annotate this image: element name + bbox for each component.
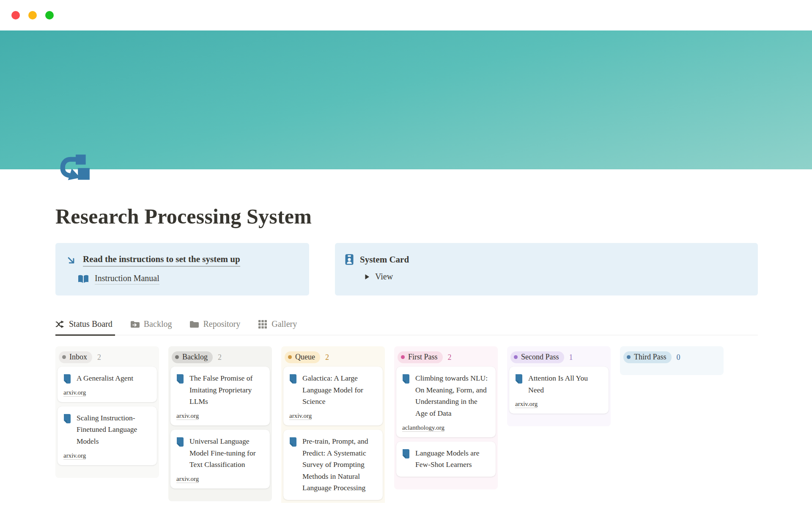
column-status-pill[interactable]: Second Pass xyxy=(510,351,564,363)
paper-title: A Generalist Agent xyxy=(77,373,133,384)
page-icon xyxy=(176,437,184,447)
source-link[interactable]: arxiv.org xyxy=(176,475,199,483)
source-link[interactable]: arxiv.org xyxy=(63,452,86,460)
column-header: Inbox 2 xyxy=(57,350,158,367)
status-dot-icon xyxy=(401,355,405,359)
page-icon xyxy=(63,414,71,424)
status-dot-icon xyxy=(62,355,66,359)
page-title: Research Processing System xyxy=(55,204,758,229)
callouts-row: Read the instructions to set the system … xyxy=(55,243,758,295)
folder-arrow-icon xyxy=(130,320,140,329)
zoom-button[interactable] xyxy=(45,11,54,19)
column-header: Queue 2 xyxy=(283,350,384,367)
paper-card[interactable]: Scaling Instruction-Finetuned Language M… xyxy=(58,406,157,465)
traffic-lights xyxy=(11,11,54,19)
id-card-icon xyxy=(345,254,354,265)
page-icon xyxy=(402,449,410,459)
cover-image xyxy=(0,30,812,169)
column-count: 2 xyxy=(218,353,222,362)
column-status-pill[interactable]: Backlog xyxy=(172,351,213,363)
paper-title: The False Promise of Imitating Proprieta… xyxy=(189,373,264,408)
system-card-heading: System Card xyxy=(360,254,409,265)
column-inbox: Inbox 2 A Generalist Agent arxiv.org Sca… xyxy=(55,346,159,478)
tab-label: Status Board xyxy=(69,319,112,329)
close-button[interactable] xyxy=(11,11,20,19)
tab-label: Backlog xyxy=(144,319,172,329)
status-dot-icon xyxy=(175,355,179,359)
column-count: 2 xyxy=(448,353,452,362)
status-board: Inbox 2 A Generalist Agent arxiv.org Sca… xyxy=(55,346,758,508)
paper-title: Universal Language Model Fine-tuning for… xyxy=(189,436,264,471)
source-link[interactable]: arxiv.org xyxy=(515,400,538,408)
column-name: First Pass xyxy=(408,353,438,362)
paper-card[interactable]: Galactica: A Large Language Model for Sc… xyxy=(283,367,383,425)
page-icon xyxy=(289,437,297,447)
card-list: Galactica: A Large Language Model for Sc… xyxy=(283,367,384,500)
paper-card[interactable]: Pre-train, Prompt, and Predict: A System… xyxy=(283,430,383,500)
page-icon xyxy=(63,374,71,384)
column-name: Second Pass xyxy=(521,353,559,362)
column-status-pill[interactable]: Third Pass xyxy=(623,351,672,363)
column-header: Third Pass 0 xyxy=(621,350,722,367)
window-titlebar xyxy=(0,0,812,30)
arrow-down-right-icon xyxy=(66,255,77,266)
paper-title: Attention Is All You Need xyxy=(528,373,603,396)
instructions-callout: Read the instructions to set the system … xyxy=(55,243,309,295)
source-link[interactable]: arxiv.org xyxy=(289,412,312,420)
process-arrows-logo-icon[interactable] xyxy=(58,152,91,185)
column-name: Inbox xyxy=(69,353,87,362)
paper-card[interactable]: Universal Language Model Fine-tuning for… xyxy=(170,430,270,489)
page-icon xyxy=(515,374,523,384)
column-third-pass: Third Pass 0 xyxy=(620,346,724,375)
column-name: Queue xyxy=(295,353,315,362)
paper-title: Language Models are Few-Shot Learners xyxy=(415,447,490,471)
paper-title: Scaling Instruction-Finetuned Language M… xyxy=(77,412,151,447)
paper-card[interactable]: A Generalist Agent arxiv.org xyxy=(58,367,157,402)
tab-label: Gallery xyxy=(272,319,297,329)
column-status-pill[interactable]: Inbox xyxy=(59,351,92,363)
column-status-pill[interactable]: First Pass xyxy=(398,351,443,363)
view-toggle[interactable]: View xyxy=(375,272,393,282)
source-link[interactable]: arxiv.org xyxy=(176,412,199,420)
card-list: Climbing towards NLU: On Meaning, Form, … xyxy=(395,367,497,477)
instruction-manual-link[interactable]: Instruction Manual xyxy=(95,273,159,284)
page-icon xyxy=(289,374,297,384)
paper-title: Climbing towards NLU: On Meaning, Form, … xyxy=(415,373,490,420)
card-list: A Generalist Agent arxiv.org Scaling Ins… xyxy=(57,367,158,465)
column-count: 1 xyxy=(569,353,573,362)
instructions-heading-link[interactable]: Read the instructions to set the system … xyxy=(83,254,240,267)
source-link[interactable]: aclanthology.org xyxy=(402,424,444,432)
column-second-pass: Second Pass 1 Attention Is All You Need … xyxy=(507,346,611,426)
column-first-pass: First Pass 2 Climbing towards NLU: On Me… xyxy=(394,346,498,489)
source-link[interactable]: arxiv.org xyxy=(63,389,86,397)
status-dot-icon xyxy=(514,355,518,359)
shuffle-icon xyxy=(55,320,65,329)
column-count: 2 xyxy=(325,353,329,362)
tab-repository[interactable]: Repository xyxy=(189,318,243,336)
folder-icon xyxy=(189,320,199,329)
minimize-button[interactable] xyxy=(28,11,37,19)
tab-status-board[interactable]: Status Board xyxy=(55,318,115,336)
card-list: Attention Is All You Need arxiv.org xyxy=(508,367,609,414)
column-backlog: Backlog 2 The False Promise of Imitating… xyxy=(168,346,272,501)
column-status-pill[interactable]: Queue xyxy=(285,351,320,363)
column-header: Second Pass 1 xyxy=(508,350,609,367)
open-book-icon xyxy=(77,274,89,284)
tab-label: Repository xyxy=(203,319,240,329)
paper-card[interactable]: Attention Is All You Need arxiv.org xyxy=(509,367,609,414)
column-header: Backlog 2 xyxy=(170,350,271,367)
paper-card[interactable]: Language Models are Few-Shot Learners xyxy=(396,442,496,477)
paper-card[interactable]: The False Promise of Imitating Proprieta… xyxy=(170,367,270,425)
page-icon xyxy=(176,374,184,384)
paper-card[interactable]: Climbing towards NLU: On Meaning, Form, … xyxy=(396,367,496,437)
page-icon xyxy=(402,374,410,384)
tab-backlog[interactable]: Backlog xyxy=(130,318,175,336)
column-header: First Pass 2 xyxy=(395,350,497,367)
column-count: 0 xyxy=(677,353,680,362)
status-dot-icon xyxy=(288,355,292,359)
tab-gallery[interactable]: Gallery xyxy=(258,318,299,336)
paper-title: Galactica: A Large Language Model for Sc… xyxy=(302,373,377,408)
system-card-callout: System Card View xyxy=(335,243,758,295)
triangle-right-icon xyxy=(365,274,370,280)
view-tabs: Status Board Backlog Repository Gallery xyxy=(55,318,758,335)
